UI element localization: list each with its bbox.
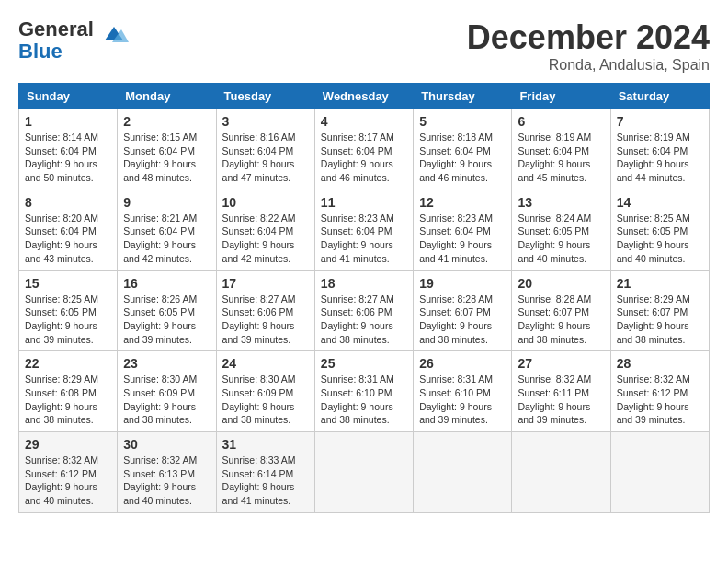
calendar-cell: 28Sunrise: 8:32 AM Sunset: 6:12 PM Dayli… bbox=[610, 351, 709, 432]
calendar-cell: 12Sunrise: 8:23 AM Sunset: 6:04 PM Dayli… bbox=[414, 190, 512, 270]
day-info: Sunrise: 8:31 AM Sunset: 6:10 PM Dayligh… bbox=[419, 373, 506, 427]
day-number: 30 bbox=[123, 437, 210, 452]
day-info: Sunrise: 8:16 AM Sunset: 6:04 PM Dayligh… bbox=[222, 131, 309, 185]
day-number: 11 bbox=[321, 195, 407, 210]
location: Ronda, Andalusia, Spain bbox=[467, 57, 710, 74]
day-number: 3 bbox=[222, 114, 309, 129]
day-info: Sunrise: 8:33 AM Sunset: 6:14 PM Dayligh… bbox=[222, 454, 309, 508]
calendar-cell: 15Sunrise: 8:25 AM Sunset: 6:05 PM Dayli… bbox=[19, 270, 118, 351]
day-info: Sunrise: 8:24 AM Sunset: 6:05 PM Dayligh… bbox=[518, 212, 604, 266]
day-info: Sunrise: 8:19 AM Sunset: 6:04 PM Dayligh… bbox=[518, 131, 604, 185]
day-info: Sunrise: 8:29 AM Sunset: 6:08 PM Dayligh… bbox=[25, 373, 111, 427]
calendar-cell: 17Sunrise: 8:27 AM Sunset: 6:06 PM Dayli… bbox=[216, 270, 314, 351]
page-header: General Blue December 2024 Ronda, Andalu… bbox=[18, 18, 710, 74]
day-number: 21 bbox=[617, 276, 703, 291]
calendar-body: 1Sunrise: 8:14 AM Sunset: 6:04 PM Daylig… bbox=[19, 109, 710, 513]
day-number: 27 bbox=[518, 356, 604, 371]
day-number: 28 bbox=[617, 356, 703, 371]
day-info: Sunrise: 8:27 AM Sunset: 6:06 PM Dayligh… bbox=[321, 293, 407, 347]
day-number: 5 bbox=[419, 114, 506, 129]
day-info: Sunrise: 8:17 AM Sunset: 6:04 PM Dayligh… bbox=[321, 131, 407, 185]
day-number: 16 bbox=[123, 276, 210, 291]
day-info: Sunrise: 8:28 AM Sunset: 6:07 PM Dayligh… bbox=[419, 293, 506, 347]
day-info: Sunrise: 8:26 AM Sunset: 6:05 PM Dayligh… bbox=[123, 293, 210, 347]
calendar-cell bbox=[414, 432, 512, 513]
calendar-cell: 26Sunrise: 8:31 AM Sunset: 6:10 PM Dayli… bbox=[414, 351, 512, 432]
calendar-cell: 25Sunrise: 8:31 AM Sunset: 6:10 PM Dayli… bbox=[314, 351, 413, 432]
day-number: 6 bbox=[518, 114, 604, 129]
calendar-cell: 21Sunrise: 8:29 AM Sunset: 6:07 PM Dayli… bbox=[610, 270, 709, 351]
logo-icon bbox=[96, 22, 129, 50]
calendar-cell: 13Sunrise: 8:24 AM Sunset: 6:05 PM Dayli… bbox=[512, 190, 610, 270]
day-info: Sunrise: 8:32 AM Sunset: 6:11 PM Dayligh… bbox=[518, 373, 604, 427]
day-info: Sunrise: 8:19 AM Sunset: 6:04 PM Dayligh… bbox=[617, 131, 703, 185]
day-number: 22 bbox=[25, 356, 111, 371]
calendar-week-row: 22Sunrise: 8:29 AM Sunset: 6:08 PM Dayli… bbox=[19, 351, 710, 432]
calendar-cell: 18Sunrise: 8:27 AM Sunset: 6:06 PM Dayli… bbox=[314, 270, 413, 351]
calendar-cell: 14Sunrise: 8:25 AM Sunset: 6:05 PM Dayli… bbox=[610, 190, 709, 270]
day-info: Sunrise: 8:30 AM Sunset: 6:09 PM Dayligh… bbox=[222, 373, 309, 427]
calendar-cell: 11Sunrise: 8:23 AM Sunset: 6:04 PM Dayli… bbox=[314, 190, 413, 270]
day-info: Sunrise: 8:30 AM Sunset: 6:09 PM Dayligh… bbox=[123, 373, 210, 427]
day-number: 8 bbox=[25, 195, 111, 210]
day-number: 17 bbox=[222, 276, 309, 291]
calendar-header-thursday: Thursday bbox=[414, 84, 512, 109]
day-number: 13 bbox=[518, 195, 604, 210]
calendar-cell: 7Sunrise: 8:19 AM Sunset: 6:04 PM Daylig… bbox=[610, 109, 709, 190]
calendar-cell: 23Sunrise: 8:30 AM Sunset: 6:09 PM Dayli… bbox=[118, 351, 216, 432]
logo-text: General Blue bbox=[18, 18, 94, 63]
calendar-cell bbox=[512, 432, 610, 513]
day-number: 12 bbox=[419, 195, 506, 210]
day-number: 31 bbox=[222, 437, 309, 452]
day-info: Sunrise: 8:15 AM Sunset: 6:04 PM Dayligh… bbox=[123, 131, 210, 185]
day-info: Sunrise: 8:32 AM Sunset: 6:12 PM Dayligh… bbox=[25, 454, 111, 508]
day-info: Sunrise: 8:32 AM Sunset: 6:13 PM Dayligh… bbox=[123, 454, 210, 508]
calendar-cell: 4Sunrise: 8:17 AM Sunset: 6:04 PM Daylig… bbox=[314, 109, 413, 190]
day-number: 19 bbox=[419, 276, 506, 291]
day-number: 26 bbox=[419, 356, 506, 371]
day-info: Sunrise: 8:14 AM Sunset: 6:04 PM Dayligh… bbox=[25, 131, 111, 185]
calendar-header-monday: Monday bbox=[118, 84, 216, 109]
calendar-cell: 5Sunrise: 8:18 AM Sunset: 6:04 PM Daylig… bbox=[414, 109, 512, 190]
day-info: Sunrise: 8:25 AM Sunset: 6:05 PM Dayligh… bbox=[25, 293, 111, 347]
calendar-cell: 8Sunrise: 8:20 AM Sunset: 6:04 PM Daylig… bbox=[19, 190, 118, 270]
calendar-week-row: 15Sunrise: 8:25 AM Sunset: 6:05 PM Dayli… bbox=[19, 270, 710, 351]
day-number: 23 bbox=[123, 356, 210, 371]
day-info: Sunrise: 8:18 AM Sunset: 6:04 PM Dayligh… bbox=[419, 131, 506, 185]
day-number: 7 bbox=[617, 114, 703, 129]
calendar-cell: 3Sunrise: 8:16 AM Sunset: 6:04 PM Daylig… bbox=[216, 109, 314, 190]
day-number: 24 bbox=[222, 356, 309, 371]
calendar-header-saturday: Saturday bbox=[610, 84, 709, 109]
day-info: Sunrise: 8:20 AM Sunset: 6:04 PM Dayligh… bbox=[25, 212, 111, 266]
calendar-cell: 9Sunrise: 8:21 AM Sunset: 6:04 PM Daylig… bbox=[118, 190, 216, 270]
day-info: Sunrise: 8:25 AM Sunset: 6:05 PM Dayligh… bbox=[617, 212, 703, 266]
calendar-cell: 20Sunrise: 8:28 AM Sunset: 6:07 PM Dayli… bbox=[512, 270, 610, 351]
day-info: Sunrise: 8:27 AM Sunset: 6:06 PM Dayligh… bbox=[222, 293, 309, 347]
calendar-cell: 2Sunrise: 8:15 AM Sunset: 6:04 PM Daylig… bbox=[118, 109, 216, 190]
logo: General Blue bbox=[18, 18, 129, 63]
day-number: 1 bbox=[25, 114, 111, 129]
day-number: 4 bbox=[321, 114, 407, 129]
day-number: 9 bbox=[123, 195, 210, 210]
month-title: December 2024 bbox=[467, 18, 710, 57]
day-info: Sunrise: 8:28 AM Sunset: 6:07 PM Dayligh… bbox=[518, 293, 604, 347]
calendar-cell: 1Sunrise: 8:14 AM Sunset: 6:04 PM Daylig… bbox=[19, 109, 118, 190]
calendar-cell: 29Sunrise: 8:32 AM Sunset: 6:12 PM Dayli… bbox=[19, 432, 118, 513]
calendar-cell bbox=[314, 432, 413, 513]
day-info: Sunrise: 8:31 AM Sunset: 6:10 PM Dayligh… bbox=[321, 373, 407, 427]
day-info: Sunrise: 8:23 AM Sunset: 6:04 PM Dayligh… bbox=[321, 212, 407, 266]
calendar-cell: 30Sunrise: 8:32 AM Sunset: 6:13 PM Dayli… bbox=[118, 432, 216, 513]
calendar-cell: 31Sunrise: 8:33 AM Sunset: 6:14 PM Dayli… bbox=[216, 432, 314, 513]
calendar-cell bbox=[610, 432, 709, 513]
day-number: 20 bbox=[518, 276, 604, 291]
calendar-header-row: SundayMondayTuesdayWednesdayThursdayFrid… bbox=[19, 84, 710, 109]
day-info: Sunrise: 8:21 AM Sunset: 6:04 PM Dayligh… bbox=[123, 212, 210, 266]
day-info: Sunrise: 8:22 AM Sunset: 6:04 PM Dayligh… bbox=[222, 212, 309, 266]
calendar-cell: 6Sunrise: 8:19 AM Sunset: 6:04 PM Daylig… bbox=[512, 109, 610, 190]
day-number: 29 bbox=[25, 437, 111, 452]
calendar-week-row: 29Sunrise: 8:32 AM Sunset: 6:12 PM Dayli… bbox=[19, 432, 710, 513]
calendar-header-friday: Friday bbox=[512, 84, 610, 109]
calendar-header-wednesday: Wednesday bbox=[314, 84, 413, 109]
calendar-cell: 19Sunrise: 8:28 AM Sunset: 6:07 PM Dayli… bbox=[414, 270, 512, 351]
title-block: December 2024 Ronda, Andalusia, Spain bbox=[467, 18, 710, 74]
